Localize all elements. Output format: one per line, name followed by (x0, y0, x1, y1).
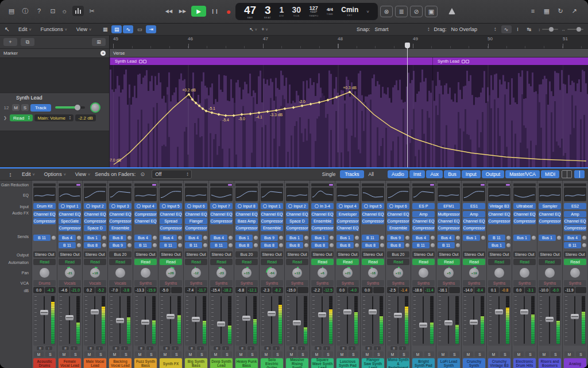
eq-thumbnail[interactable] (463, 187, 485, 202)
cursor-tool-button[interactable]: ↖˅ (248, 25, 258, 33)
fader-cap[interactable] (444, 320, 452, 325)
arrange-view-toggle-4[interactable]: ⇥ (146, 25, 156, 33)
send-slot-2[interactable]: Bus 8 (235, 242, 253, 248)
mute-button[interactable]: M (236, 351, 246, 357)
send-knob-2[interactable] (304, 243, 308, 247)
send-knob-1[interactable] (279, 236, 283, 240)
automation-mode-slot[interactable]: Read (336, 259, 359, 266)
input-monitor-button[interactable]: I (121, 346, 128, 350)
fader[interactable] (215, 296, 227, 344)
send-knob-1[interactable] (178, 236, 182, 240)
solo-button[interactable]: S (197, 351, 207, 357)
pan-knob[interactable] (38, 267, 51, 279)
eq-thumbnail[interactable] (261, 187, 283, 202)
input-slot[interactable]: In 3-4 (311, 203, 334, 210)
output-slot[interactable]: Bus 20 (109, 251, 131, 258)
mute-button[interactable]: M (110, 351, 119, 357)
send-slot-1[interactable]: Bus 4 (185, 235, 202, 241)
mute-button[interactable]: M (160, 351, 170, 357)
input-monitor-button[interactable]: I (45, 346, 52, 350)
fx-slot-3[interactable]: Compressor (59, 225, 81, 231)
send-slot-1[interactable]: Bus 4 (210, 235, 227, 241)
eq-thumbnail[interactable] (134, 187, 157, 202)
mute-button[interactable]: M (539, 351, 549, 357)
send-knob-2[interactable] (456, 243, 460, 247)
record-enable-button[interactable]: R (163, 346, 170, 350)
fader-cap[interactable] (343, 309, 351, 315)
eq-thumbnail[interactable] (286, 187, 308, 202)
fx-slot-1[interactable]: Amp (412, 211, 435, 217)
input-slot[interactable]: Input 1 (261, 203, 283, 210)
pan-knob[interactable] (114, 267, 126, 279)
fx-slot-1[interactable]: Amp (463, 211, 485, 217)
fader[interactable] (291, 296, 303, 344)
eq-thumbnail[interactable] (210, 187, 233, 202)
automation-mode-slot[interactable]: Read (513, 259, 536, 266)
automation-mode-slot[interactable]: Read (438, 259, 460, 266)
channel-filter-inst[interactable]: Inst (409, 170, 425, 178)
fader-cap[interactable] (116, 318, 124, 323)
mute-button[interactable]: M (59, 351, 69, 357)
fx-slot-3[interactable]: Compressor (185, 225, 207, 231)
send-slot-2[interactable]: Bus 8 (261, 242, 278, 248)
fx-slot-2[interactable]: Ensemble (311, 218, 334, 224)
fx-slot-3[interactable]: Compressor (235, 225, 258, 231)
automation-mode-slot[interactable]: Read (412, 259, 435, 266)
eq-thumbnail[interactable] (412, 187, 435, 202)
send-slot-1[interactable]: Bus 1 (286, 235, 303, 241)
input-monitor-button[interactable]: I (71, 346, 78, 350)
fx-slot-2[interactable]: Compressor (109, 218, 131, 224)
fx-slot-2[interactable]: Compressor (210, 218, 233, 224)
vca-slot[interactable]: Synths (362, 280, 384, 286)
tray-icon[interactable]: ▤ (6, 6, 17, 16)
send-slot-1[interactable]: Bus 9 (261, 235, 278, 241)
fx-slot-2[interactable]: Channel EQ (564, 218, 586, 224)
fx-slot-1[interactable]: Channel EQ (387, 211, 409, 217)
fader-cap[interactable] (268, 311, 276, 316)
fader-cap[interactable] (192, 317, 200, 322)
pan-knob[interactable]: +18 (89, 267, 101, 279)
input-slot[interactable]: Vintage B3 (488, 203, 510, 210)
send-slot-1[interactable]: Bus 4 (134, 235, 152, 241)
automation-mode-slot[interactable]: Read (84, 259, 106, 266)
send-knob-1[interactable] (102, 236, 106, 240)
fader-cap[interactable] (394, 313, 402, 318)
fader-cap[interactable] (546, 317, 554, 322)
send-knob-2[interactable] (77, 243, 81, 247)
track-on-button[interactable]: Track (30, 104, 51, 112)
send-slot-2[interactable]: B 11 (210, 242, 227, 248)
track-volume-slider[interactable] (55, 106, 85, 109)
fx-slot-3[interactable]: Ensemble (261, 225, 283, 231)
pan-knob[interactable]: +11 (392, 267, 404, 279)
track-name-label[interactable]: Luscious Synth Pad (336, 358, 359, 368)
fader-cap[interactable] (571, 314, 579, 319)
send-slot-1[interactable]: Bus 1 (311, 235, 328, 241)
send-knob-2[interactable] (355, 243, 359, 247)
fx-slot-2[interactable]: SpecGate (59, 218, 81, 224)
output-slot[interactable]: Stereo Out (362, 251, 384, 258)
pan-knob[interactable]: -64 (266, 267, 278, 279)
send-knob-1[interactable] (532, 236, 536, 240)
fx-slot-3[interactable]: Space D (84, 225, 106, 231)
track-header-config-button[interactable]: ⊞ (92, 38, 106, 46)
input-monitor-button[interactable]: I (298, 346, 305, 350)
send-knob-1[interactable] (127, 236, 131, 240)
send-knob-1[interactable] (582, 236, 586, 240)
fader[interactable] (164, 296, 176, 344)
vca-slot[interactable]: Synths (387, 280, 409, 286)
output-slot[interactable]: Stereo Out (311, 251, 334, 258)
fader[interactable] (38, 296, 50, 344)
solo-button[interactable]: S (475, 351, 485, 357)
send-slot-2[interactable]: B 11 (412, 242, 430, 248)
send-slot-1[interactable]: Bus 1 (539, 235, 556, 241)
automation-mode-slot[interactable]: Read (185, 259, 207, 266)
fx-slot-1[interactable]: Enveloper (336, 211, 359, 217)
marker-lane[interactable]: Verse (110, 49, 588, 57)
fx-slot-2[interactable]: Compressor (539, 218, 561, 224)
add-marker-icon[interactable]: + (100, 51, 106, 56)
share-icon[interactable]: ↗ (568, 6, 580, 16)
eq-thumbnail[interactable] (311, 187, 334, 202)
eq-thumbnail[interactable] (539, 187, 561, 202)
solo-button[interactable]: S (399, 351, 409, 357)
output-slot[interactable]: Stereo Out (463, 251, 485, 258)
